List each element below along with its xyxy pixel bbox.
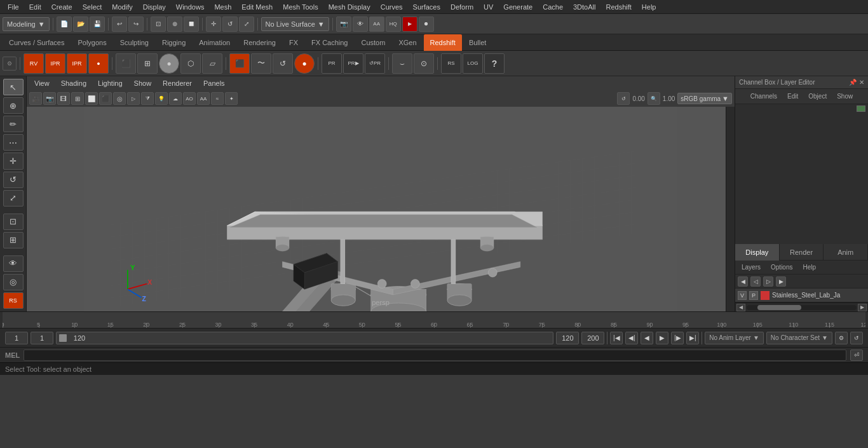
layers-help-btn[interactable]: Help <box>799 262 820 273</box>
vp-shading-menu[interactable]: Shading <box>56 76 92 90</box>
vp-cam2-btn[interactable]: 📷 <box>43 92 56 105</box>
tab-sculpting[interactable]: Sculpting <box>114 34 155 51</box>
play-back-btn[interactable]: ◀ <box>641 332 653 344</box>
rs-logo-btn[interactable]: RS <box>3 292 24 309</box>
snap-btn[interactable]: 🔲 <box>184 17 199 32</box>
tab-rigging[interactable]: Rigging <box>156 34 192 51</box>
channels-btn[interactable]: Channels <box>747 92 781 101</box>
menu-edit[interactable]: Edit <box>24 0 46 14</box>
layer-p-btn[interactable]: P <box>749 291 758 300</box>
cycle-btn[interactable]: ↺ <box>850 332 863 344</box>
layer-v-btn[interactable]: V <box>738 291 747 300</box>
new-file-btn[interactable]: 📄 <box>57 17 72 32</box>
play-fwd-btn[interactable]: ▶ <box>656 332 668 344</box>
command-line-input[interactable] <box>24 350 846 361</box>
menu-create[interactable]: Create <box>46 0 78 14</box>
cam-btn[interactable]: 📷 <box>336 17 351 32</box>
scroll-right-btn[interactable]: ▶ <box>858 304 867 311</box>
options-btn[interactable]: Options <box>767 262 796 273</box>
menu-surfaces[interactable]: Surfaces <box>408 0 445 14</box>
poly-sphere-btn[interactable]: ● <box>159 53 179 74</box>
snap-tool-btn[interactable]: ⊡ <box>3 214 24 230</box>
pr3-btn[interactable]: ↺PR <box>365 53 385 74</box>
scale-btn[interactable]: ⤢ <box>239 17 254 32</box>
brush-tool-btn[interactable]: ✏ <box>3 116 24 132</box>
menu-select[interactable]: Select <box>78 0 107 14</box>
pr1-btn[interactable]: PR <box>322 53 342 74</box>
menu-generate[interactable]: Generate <box>498 0 538 14</box>
vp-panels-menu[interactable]: Panels <box>198 76 230 90</box>
paint-tool-btn[interactable]: ⊕ <box>3 97 24 114</box>
live-surface-dropdown[interactable]: No Live Surface ▼ <box>261 17 329 31</box>
menu-uv[interactable]: UV <box>478 0 498 14</box>
render-tab[interactable]: Render <box>780 244 824 261</box>
vp-aa-btn[interactable]: AA <box>197 92 210 105</box>
menu-redshift[interactable]: Redshift <box>600 0 636 14</box>
vp-reset-btn[interactable]: ↺ <box>617 92 630 105</box>
layer-prev2-btn[interactable]: ◁ <box>750 276 761 287</box>
rs-rv-btn[interactable]: RV <box>24 53 44 74</box>
save-file-btn[interactable]: 💾 <box>90 17 105 32</box>
rs-ipr2-btn[interactable]: IPR <box>67 53 87 74</box>
isolate-btn[interactable]: 👁 <box>353 17 368 32</box>
undo-btn[interactable]: ↩ <box>112 17 127 32</box>
help-btn[interactable]: ? <box>484 53 505 74</box>
vp-renderer-menu[interactable]: Renderer <box>158 76 197 90</box>
cmd-submit-btn[interactable]: ⏎ <box>850 350 863 361</box>
wave-btn[interactable]: 〜 <box>251 53 271 74</box>
vp-cam-btn[interactable]: 🎥 <box>29 92 42 105</box>
poly-cube-btn[interactable]: ⬛ <box>116 53 136 74</box>
vp-wireframe-btn[interactable]: ⬜ <box>85 92 98 105</box>
menu-3dtoall[interactable]: 3DtoAll <box>568 0 600 14</box>
layer-next-btn[interactable]: ▷ <box>763 276 773 287</box>
vp-grid-btn[interactable]: ⊞ <box>71 92 84 105</box>
tab-fx[interactable]: FX <box>283 34 304 51</box>
vp-cam3-btn[interactable]: 🎞 <box>57 92 70 105</box>
vp-shadow-btn[interactable]: ☁ <box>169 92 182 105</box>
red-ball-btn[interactable]: ● <box>294 53 315 74</box>
settings-icon-btn[interactable]: ⚙ <box>3 57 17 71</box>
menu-mesh-tools[interactable]: Mesh Tools <box>278 0 323 14</box>
timeline-ruler[interactable]: 0510152025303540455055606570758085909510… <box>3 312 865 328</box>
anim-layer-dropdown[interactable]: No Anim Layer ▼ <box>705 332 764 344</box>
iso-btn[interactable]: ◎ <box>3 274 24 290</box>
select-mode-btn[interactable]: ⊡ <box>151 17 166 32</box>
red-cube-btn[interactable]: ⬛ <box>229 53 250 74</box>
pr2-btn[interactable]: PR▶ <box>343 53 363 74</box>
poly-cyl-btn[interactable]: ⬡ <box>180 53 201 74</box>
go-end-btn[interactable]: ▶| <box>686 332 699 344</box>
menu-windows[interactable]: Windows <box>171 0 210 14</box>
tab-bullet[interactable]: Bullet <box>463 34 493 51</box>
tab-polygons[interactable]: Polygons <box>71 34 112 51</box>
current-frame-input[interactable] <box>5 332 28 344</box>
menu-mesh-display[interactable]: Mesh Display <box>323 0 376 14</box>
gamma-dropdown[interactable]: sRGB gamma ▼ <box>677 93 732 104</box>
plate-btn[interactable]: ⊙ <box>414 53 434 74</box>
go-start-btn[interactable]: |◀ <box>610 332 623 344</box>
vp-hl-btn[interactable]: ✦ <box>225 92 238 105</box>
tab-fx-caching[interactable]: FX Caching <box>305 34 354 51</box>
tab-custom[interactable]: Custom <box>355 34 392 51</box>
menu-help[interactable]: Help <box>637 0 661 14</box>
menu-cache[interactable]: Cache <box>538 0 568 14</box>
modeling-dropdown[interactable]: Modeling ▼ <box>3 17 50 31</box>
vp-lighting-menu[interactable]: Lighting <box>93 76 128 90</box>
vp-ao-btn[interactable]: AO <box>183 92 196 105</box>
tab-xgen[interactable]: XGen <box>392 34 423 51</box>
lasso-tool-btn[interactable]: ⋯ <box>3 134 24 151</box>
select-tool-btn[interactable]: ↖ <box>3 79 24 95</box>
right-panel-pin-icon[interactable]: 📌 <box>849 79 857 86</box>
vp-light-btn[interactable]: 💡 <box>155 92 168 105</box>
lasso-btn[interactable]: ⊕ <box>167 17 182 32</box>
hq-btn[interactable]: HQ <box>386 17 401 32</box>
menu-curves[interactable]: Curves <box>376 0 408 14</box>
menu-file[interactable]: File <box>3 0 24 14</box>
show-btn[interactable]: Show <box>833 92 857 101</box>
rotate-btn[interactable]: ↺ <box>222 17 238 32</box>
scale-tool-btn[interactable]: ⤢ <box>3 190 24 207</box>
tab-rendering[interactable]: Rendering <box>237 34 282 51</box>
step-back-btn[interactable]: ◀| <box>625 332 638 344</box>
rs-ipr-btn[interactable]: IPR <box>45 53 65 74</box>
poly-grid-btn[interactable]: ⊞ <box>137 53 158 74</box>
open-file-btn[interactable]: 📂 <box>73 17 88 32</box>
